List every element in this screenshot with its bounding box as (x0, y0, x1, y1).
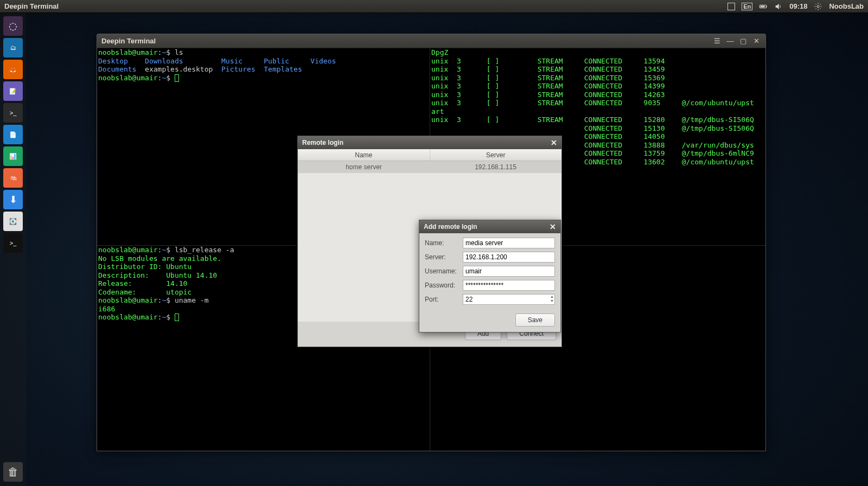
col-name[interactable]: Name (298, 149, 430, 161)
password-input[interactable] (463, 280, 555, 291)
cursor (175, 74, 179, 82)
volume-icon[interactable] (774, 2, 783, 11)
trash-icon[interactable]: 🗑 (3, 462, 23, 482)
close-icon[interactable]: ✕ (751, 36, 761, 46)
username-input[interactable] (463, 266, 555, 277)
add-remote-login-dialog: Add remote login ✕ Name: Server: Usernam… (419, 220, 561, 332)
terminal-line: unix 3 [ ] STREAM CONNECTED 15280 @/tmp/… (431, 116, 764, 124)
label-port: Port: (425, 296, 463, 303)
minimize-icon[interactable]: — (725, 36, 735, 46)
svg-rect-2 (761, 5, 765, 7)
launcher-item-firefox[interactable]: 🦊 (3, 60, 23, 79)
server-list-header: Name Server (298, 149, 561, 161)
dialog-titlebar[interactable]: Add remote login ✕ (419, 220, 560, 233)
row-server: 192.168.1.115 (430, 161, 561, 173)
launcher-item-writer[interactable]: 📄 (3, 125, 23, 144)
launcher-item-editor[interactable]: 📝 (3, 81, 23, 101)
terminal-line: unix 3 [ ] STREAM CONNECTED 14263 (431, 91, 764, 99)
launcher-item-download[interactable]: ⬇ (3, 190, 23, 209)
terminal-line: DpgZ (431, 48, 764, 57)
svg-rect-1 (767, 5, 767, 7)
port-stepper[interactable]: ▲▼ (550, 295, 554, 303)
window-title: Deepin Terminal (101, 37, 709, 45)
label-username: Username: (425, 267, 463, 275)
window-titlebar[interactable]: Deepin Terminal ☰ — ▢ ✕ (97, 34, 765, 48)
dialog-title: Add remote login (424, 223, 550, 231)
launcher-item-software[interactable]: 🛍 (3, 168, 23, 188)
terminal-line: unix 3 [ ] STREAM CONNECTED 9035 @/com/u… (431, 99, 764, 107)
terminal-line: Documents examples.desktop Pictures Temp… (98, 65, 429, 74)
svg-point-3 (817, 5, 819, 8)
col-server[interactable]: Server (430, 149, 562, 161)
name-input[interactable] (463, 238, 555, 248)
terminal-line: Desktop Downloads Music Public Videos (98, 57, 429, 66)
port-input[interactable] (463, 294, 555, 305)
terminal-line: CONNECTED 15130 @/tmp/dbus-SI506Q (431, 124, 764, 133)
keyboard-layout-indicator[interactable]: En (742, 3, 752, 10)
row-name: home server (298, 161, 430, 173)
close-icon[interactable]: ✕ (550, 222, 556, 231)
terminal-line: art (431, 107, 764, 116)
dialog-title: Remote login (302, 139, 551, 146)
top-panel: Deepin Terminal En 09:18 NoobsLab (0, 0, 868, 13)
terminal-line: noobslab@umair:~$ (98, 74, 429, 82)
dialog-titlebar[interactable]: Remote login ✕ (298, 136, 561, 149)
save-button[interactable]: Save (515, 314, 555, 327)
server-input[interactable] (463, 252, 555, 263)
close-icon[interactable]: ✕ (551, 138, 557, 147)
launcher-item-files[interactable]: 🗂 (3, 38, 23, 57)
label-password: Password: (425, 282, 463, 289)
unity-launcher: ◌🗂🦊📝>_📄📊🛍⬇💽>_🗑 (0, 13, 26, 486)
user-menu[interactable]: NoobsLab (829, 2, 864, 10)
battery-icon[interactable] (759, 2, 768, 11)
cursor (175, 314, 179, 321)
window-menu-icon[interactable]: ☰ (712, 36, 722, 46)
launcher-item-deepin-terminal[interactable]: >_ (3, 233, 23, 253)
launcher-item-terminal[interactable]: >_ (3, 103, 23, 123)
label-name: Name: (425, 239, 463, 247)
launcher-item-calc[interactable]: 📊 (3, 146, 23, 166)
terminal-line: unix 3 [ ] STREAM CONNECTED 13459 (431, 65, 764, 74)
workspace-icon[interactable] (727, 3, 735, 10)
label-server: Server: (425, 253, 463, 261)
terminal-line: noobslab@umair:~$ ls (98, 48, 429, 57)
gear-icon[interactable] (814, 2, 822, 11)
maximize-icon[interactable]: ▢ (738, 36, 748, 46)
clock[interactable]: 09:18 (789, 2, 807, 10)
launcher-item-ubuntu-dash[interactable]: ◌ (3, 16, 23, 36)
server-row[interactable]: home server192.168.1.115 (298, 161, 561, 173)
active-app-title: Deepin Terminal (4, 2, 727, 10)
terminal-line: unix 3 [ ] STREAM CONNECTED 13594 (431, 57, 764, 66)
terminal-line: unix 3 [ ] STREAM CONNECTED 15369 (431, 74, 764, 82)
terminal-line: unix 3 [ ] STREAM CONNECTED 14399 (431, 82, 764, 91)
launcher-item-disks[interactable]: 💽 (3, 212, 23, 231)
